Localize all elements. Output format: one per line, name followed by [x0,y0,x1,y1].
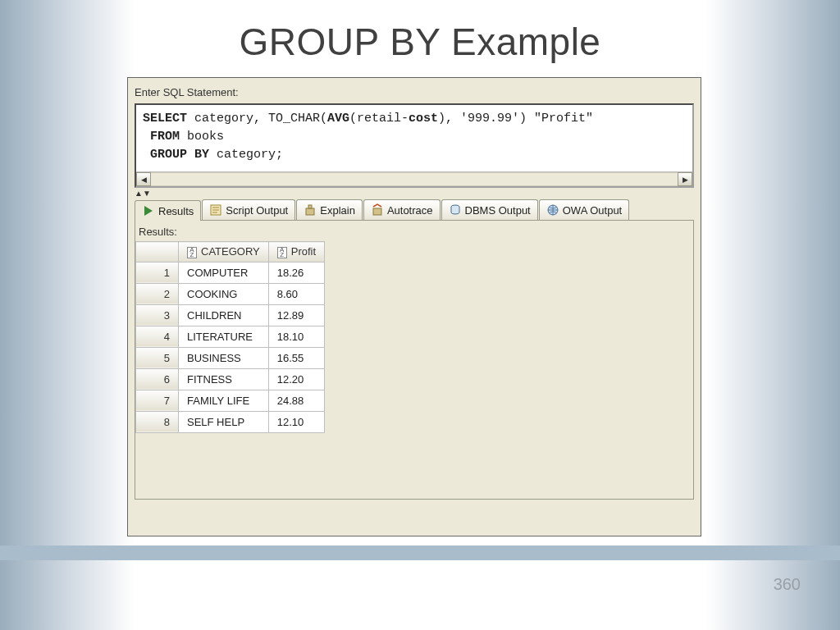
svg-rect-6 [308,205,312,208]
tab-script-output[interactable]: Script Output [202,199,295,220]
sort-icon: AZ [187,247,197,258]
tab-label: Script Output [226,204,288,217]
col-label: Profit [291,245,316,258]
script-icon [209,203,222,217]
cell-profit[interactable]: 12.20 [268,368,324,390]
tab-label: OWA Output [563,204,623,217]
table-row[interactable]: 4LITERATURE18.10 [136,326,325,347]
slide: GROUP BY Example Enter SQL Statement: SE… [0,0,840,630]
table-row[interactable]: 2COOKING 8.60 [136,283,325,304]
row-number[interactable]: 7 [136,390,179,411]
cell-category[interactable]: SELF HELP [179,411,269,432]
scroll-left-icon[interactable]: ◀ [136,172,151,186]
dbms-icon [449,203,462,217]
sql-developer-panel: Enter SQL Statement: SELECT category, TO… [127,77,701,536]
tab-results[interactable]: Results [135,200,201,221]
play-icon [142,204,155,217]
row-number[interactable]: 3 [136,304,179,326]
cell-profit[interactable]: 8.60 [268,283,324,304]
cell-category[interactable]: COOKING [179,283,269,304]
splitter-handle[interactable]: ▲ ▼ [135,188,694,198]
page-number: 360 [774,575,801,594]
row-number[interactable]: 1 [136,262,179,283]
tab-label: DBMS Output [465,204,531,217]
scroll-track[interactable] [151,172,678,186]
sort-icon: AZ [277,247,287,258]
cell-category[interactable]: CHILDREN [179,304,269,326]
splitter-down-icon[interactable]: ▼ [143,189,151,198]
table-row[interactable]: 6FITNESS12.20 [136,368,325,390]
col-header-category[interactable]: AZCATEGORY [179,242,269,262]
owa-icon [546,203,559,217]
tab-label: Results [158,205,194,217]
sql-text[interactable]: SELECT category, TO_CHAR(AVG(retail-cost… [143,110,686,163]
table-row[interactable]: 1COMPUTER18.26 [136,262,325,283]
svg-rect-7 [373,208,381,215]
tab-explain[interactable]: Explain [296,199,363,220]
sql-entry-label: Enter SQL Statement: [128,78,701,103]
svg-marker-0 [144,206,153,216]
results-label: Results: [135,221,693,241]
autotrace-icon [371,203,384,217]
tab-owa-output[interactable]: OWA Output [539,199,630,220]
table-row[interactable]: 3CHILDREN12.89 [136,304,325,326]
row-number[interactable]: 2 [136,283,179,304]
cell-profit[interactable]: 12.89 [268,304,324,326]
tab-autotrace[interactable]: Autotrace [363,199,441,220]
explain-icon [304,203,317,217]
cell-profit[interactable]: 18.10 [268,326,324,347]
row-number[interactable]: 4 [136,326,179,347]
scroll-right-icon[interactable]: ▶ [678,172,692,186]
col-header-profit[interactable]: AZProfit [268,242,324,262]
sql-editor[interactable]: SELECT category, TO_CHAR(AVG(retail-cost… [135,103,694,188]
col-label: CATEGORY [201,245,260,258]
cell-category[interactable]: FAMILY LIFE [179,390,269,411]
row-number[interactable]: 5 [136,347,179,368]
table-row[interactable]: 7FAMILY LIFE24.88 [136,390,325,411]
slide-title: GROUP BY Example [0,0,840,74]
cell-profit[interactable]: 24.88 [268,390,324,411]
tab-label: Explain [320,204,355,217]
tab-dbms-output[interactable]: DBMS Output [441,199,538,220]
table-row[interactable]: 8SELF HELP12.10 [136,411,325,432]
row-number[interactable]: 8 [136,411,179,432]
table-row[interactable]: 5BUSINESS16.55 [136,347,325,368]
results-tabbar: Results Script Output Explain Autotrace … [135,199,694,221]
results-pane: Results: AZCATEGORY AZProfit 1COMPUTER18… [135,221,694,500]
horizontal-scrollbar[interactable]: ◀ ▶ [136,171,692,186]
splitter-up-icon[interactable]: ▲ [135,189,143,198]
row-number[interactable]: 6 [136,368,179,390]
grid-corner[interactable] [136,242,179,262]
tab-label: Autotrace [387,204,433,217]
cell-category[interactable]: BUSINESS [179,347,269,368]
cell-profit[interactable]: 18.26 [268,262,324,283]
results-grid[interactable]: AZCATEGORY AZProfit 1COMPUTER18.262COOKI… [135,241,325,433]
cell-profit[interactable]: 16.55 [268,347,324,368]
cell-category[interactable]: COMPUTER [179,262,269,283]
cell-category[interactable]: LITERATURE [179,326,269,347]
cell-profit[interactable]: 12.10 [268,411,324,432]
svg-rect-5 [306,208,314,215]
cell-category[interactable]: FITNESS [179,368,269,390]
